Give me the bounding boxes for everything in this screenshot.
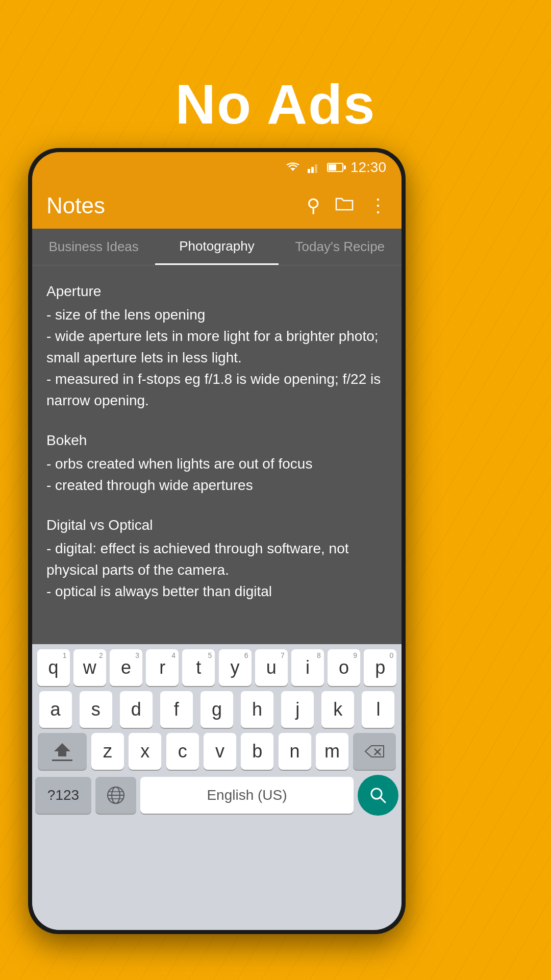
keyboard: 1q 2w 3e 4r 5t 6y 7u 8i 9o 0p a s d f g … [32, 644, 402, 930]
backspace-key[interactable] [353, 733, 396, 770]
key-e[interactable]: 3e [110, 649, 142, 686]
svg-rect-2 [311, 167, 314, 173]
note-heading-digital-optical: Digital vs Optical [46, 514, 387, 536]
note-section-digital-optical: Digital vs Optical - digital: effect is … [46, 514, 387, 602]
note-section-bokeh: Bokeh - orbs created when lights are out… [46, 430, 387, 496]
key-q[interactable]: 1q [37, 649, 70, 686]
key-z[interactable]: z [91, 733, 124, 770]
key-f[interactable]: f [160, 691, 193, 728]
key-h[interactable]: h [241, 691, 273, 728]
key-r[interactable]: 4r [146, 649, 179, 686]
notes-content: Aperture - size of the lens opening - wi… [32, 265, 402, 653]
key-d[interactable]: d [120, 691, 153, 728]
note-heading-bokeh: Bokeh [46, 430, 387, 451]
key-t[interactable]: 5t [182, 649, 215, 686]
key-o[interactable]: 9o [328, 649, 360, 686]
key-u[interactable]: 7u [255, 649, 288, 686]
tab-business-ideas[interactable]: Business Ideas [32, 229, 155, 265]
note-body-digital-optical: - digital: effect is achieved through so… [46, 538, 387, 602]
tab-photography[interactable]: Photography [155, 229, 278, 265]
key-p[interactable]: 0p [364, 649, 396, 686]
status-icons: 12:30 [285, 159, 386, 176]
svg-rect-3 [315, 164, 317, 173]
key-j[interactable]: j [281, 691, 314, 728]
shift-key[interactable] [38, 733, 87, 770]
status-time: 12:30 [350, 159, 386, 176]
toolbar-icons: ⚲ ⋮ [307, 195, 387, 216]
key-x[interactable]: x [129, 733, 161, 770]
tabs-bar: Business Ideas Photography Today's Recip… [32, 229, 402, 265]
note-body-aperture: - size of the lens opening - wide apertu… [46, 304, 387, 411]
key-g[interactable]: g [201, 691, 233, 728]
svg-line-13 [380, 797, 385, 802]
signal-icon [308, 162, 320, 173]
key-i[interactable]: 8i [291, 649, 324, 686]
key-v[interactable]: v [204, 733, 236, 770]
keyboard-row-asdf: a s d f g h j k l [35, 691, 398, 728]
keyboard-row-zxcv: z x c v b n m [35, 733, 398, 770]
key-w[interactable]: 2w [73, 649, 106, 686]
note-heading-aperture: Aperture [46, 281, 387, 302]
key-m[interactable]: m [316, 733, 348, 770]
space-key[interactable]: English (US) [140, 777, 354, 814]
key-y[interactable]: 6y [219, 649, 252, 686]
app-title: Notes [46, 193, 307, 218]
key-a[interactable]: a [39, 691, 72, 728]
search-icon[interactable]: ⚲ [307, 195, 320, 216]
keyboard-row-qwerty: 1q 2w 3e 4r 5t 6y 7u 8i 9o 0p [35, 649, 398, 686]
key-s[interactable]: s [80, 691, 112, 728]
battery-icon [327, 163, 343, 172]
key-k[interactable]: k [321, 691, 354, 728]
no-ads-heading: No Ads [0, 71, 551, 136]
search-submit-button[interactable] [358, 775, 398, 816]
key-b[interactable]: b [241, 733, 273, 770]
more-options-icon[interactable]: ⋮ [369, 195, 387, 216]
svg-rect-1 [308, 169, 310, 173]
app-toolbar: Notes ⚲ ⋮ [32, 183, 402, 229]
key-n[interactable]: n [279, 733, 311, 770]
key-l[interactable]: l [362, 691, 394, 728]
svg-marker-4 [54, 743, 70, 756]
phone-screen: 12:30 Notes ⚲ ⋮ Business Ideas Photograp… [32, 152, 402, 930]
folder-icon[interactable] [335, 195, 354, 216]
key-123[interactable]: ?123 [35, 777, 91, 814]
svg-marker-0 [290, 168, 295, 171]
status-bar: 12:30 [32, 152, 402, 183]
key-c[interactable]: c [166, 733, 199, 770]
note-body-bokeh: - orbs created when lights are out of fo… [46, 453, 387, 496]
phone-frame: 12:30 Notes ⚲ ⋮ Business Ideas Photograp… [28, 148, 406, 934]
note-section-aperture: Aperture - size of the lens opening - wi… [46, 281, 387, 411]
keyboard-bottom-row: ?123 English (US) [35, 775, 398, 816]
wifi-icon [285, 162, 300, 173]
key-globe[interactable] [95, 777, 136, 814]
tab-todays-recipe[interactable]: Today's Recipe [279, 229, 402, 265]
